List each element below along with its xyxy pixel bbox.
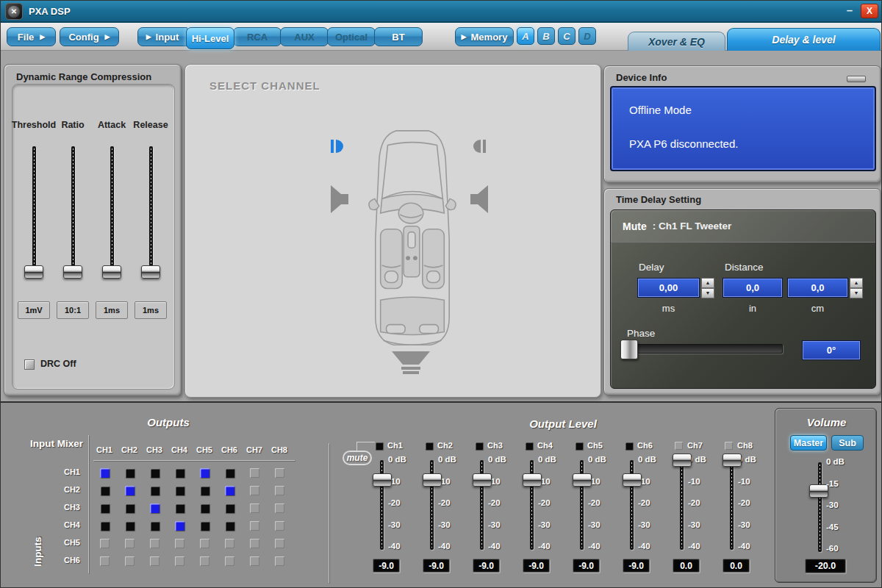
mixer-cell-ch4-ch2[interactable] [125,521,135,531]
spin-down-icon[interactable]: ▼ [701,288,714,298]
mixer-horizontal-divider [93,460,295,461]
mixer-col-header-ch5: CH5 [192,445,217,454]
minimize-button[interactable]: – [843,5,856,17]
drc-slider-track-attack[interactable] [110,146,114,273]
tab-xover-eq[interactable]: Xover & EQ [628,32,725,51]
memory-slot-b[interactable]: B [537,27,555,45]
mixer-cell-ch2-ch1[interactable] [100,486,110,495]
drc-off-checkbox[interactable] [24,359,35,370]
front-left-woofer-icon[interactable] [329,185,348,213]
scale-tick-label: -10 [488,477,517,486]
volume-value: -20.0 [805,559,846,573]
level-slider-handle-ch2[interactable] [423,473,442,487]
memory-slot-c[interactable]: C [558,27,576,45]
mute-status-bar[interactable]: Mute : Ch1 FL Tweeter [611,210,875,243]
volume-scale-tick: -15 [826,479,856,488]
level-slider-handle-ch5[interactable] [573,473,592,487]
delay-value-field[interactable]: 0,00 [637,278,700,298]
spin-down-icon[interactable]: ▼ [850,288,863,298]
tab-rca[interactable]: RCA [233,27,282,46]
mixer-cell-ch6-ch5 [200,556,209,566]
panel-collapse-icon[interactable] [847,76,866,82]
mixer-cell-ch4-ch4[interactable] [175,521,184,531]
volume-master-button[interactable]: Master [790,435,827,451]
mixer-cell-ch3-ch7 [250,503,259,513]
mixer-cell-ch4-ch5[interactable] [200,521,209,531]
level-slider-handle-ch4[interactable] [523,473,542,487]
phase-slider-handle[interactable] [620,340,638,359]
mixer-row-header-ch1: CH1 [43,467,80,476]
level-slider-handle-ch8[interactable] [723,453,742,467]
memory-slot-a[interactable]: A [517,27,534,45]
drc-slider-handle-ratio[interactable] [63,265,82,279]
drc-slider-track-release[interactable] [149,146,153,273]
mixer-cell-ch2-ch4[interactable] [175,486,184,495]
tab-optical[interactable]: Optical [327,27,376,46]
spin-up-icon[interactable]: ▲ [850,278,863,288]
tab-delay-level[interactable]: Delay & level [727,28,881,51]
mixer-cell-ch3-ch3[interactable] [150,503,159,513]
mixer-cell-ch4-ch3[interactable] [150,521,159,531]
mixer-cell-ch3-ch1[interactable] [100,503,110,513]
distance-in-field[interactable]: 0,0 [723,278,783,298]
mixer-cell-ch2-ch3[interactable] [150,486,159,495]
tab-bt[interactable]: BT [374,27,423,46]
front-right-tweeter-icon[interactable] [473,138,486,154]
phase-slider-track[interactable] [622,344,783,354]
level-value-ch6: -9.0 [623,559,650,573]
mixer-cell-ch3-ch2[interactable] [125,503,135,513]
mute-checkbox-ch6[interactable] [625,442,633,450]
level-slider-handle-ch6[interactable] [623,473,642,487]
mute-checkbox-ch1[interactable] [375,442,383,450]
scale-tick-label: -30 [738,520,767,529]
level-slider-handle-ch3[interactable] [473,473,492,487]
mute-checkbox-ch5[interactable] [575,442,583,450]
mute-checkbox-ch2[interactable] [425,442,433,450]
drc-slider-track-threshold[interactable] [32,146,36,273]
level-slider-track-ch7[interactable] [680,460,684,550]
mixer-cell-ch2-ch5[interactable] [200,486,209,495]
level-slider-handle-ch1[interactable] [373,473,392,487]
spin-up-icon[interactable]: ▲ [701,278,714,288]
mixer-cell-ch3-ch5[interactable] [200,503,209,513]
memory-slot-d[interactable]: D [578,27,596,45]
subwoofer-icon[interactable] [390,351,432,375]
mixer-cell-ch1-ch1[interactable] [100,468,110,478]
input-mixer-label: Input Mixer [30,438,83,449]
mixer-row-header-ch4: CH4 [43,520,80,529]
front-left-tweeter-icon[interactable] [331,138,343,154]
distance-cm-field[interactable]: 0,0 [787,278,848,298]
mute-checkbox-ch4[interactable] [525,442,533,450]
drc-slider-handle-threshold[interactable] [24,265,43,279]
mute-checkbox-ch7[interactable] [675,442,683,450]
mixer-cell-ch1-ch4[interactable] [175,468,184,478]
tab-aux[interactable]: AUX [280,27,329,46]
mixer-cell-ch1-ch3[interactable] [150,468,159,478]
mixer-cell-ch1-ch6[interactable] [225,468,234,478]
mixer-cell-ch4-ch1[interactable] [100,521,110,531]
file-menu-button[interactable]: File▶ [7,27,56,46]
mute-checkbox-ch3[interactable] [475,442,483,450]
level-slider-track-ch8[interactable] [730,460,734,550]
front-right-woofer-icon[interactable] [470,185,490,213]
drc-slider-track-ratio[interactable] [71,146,75,273]
mixer-cell-ch4-ch7 [250,521,259,531]
drc-slider-handle-release[interactable] [141,265,160,279]
volume-slider-track[interactable] [818,462,822,552]
mixer-cell-ch2-ch2[interactable] [125,486,135,495]
drc-slider-handle-attack[interactable] [102,265,121,279]
volume-sub-button[interactable]: Sub [831,435,864,451]
mute-checkbox-ch8[interactable] [725,442,733,450]
mixer-cell-ch1-ch5[interactable] [200,468,209,478]
mixer-cell-ch4-ch6[interactable] [225,521,234,531]
scale-tick-label: -30 [538,520,567,529]
close-button[interactable]: X [861,4,878,18]
mixer-cell-ch3-ch6[interactable] [225,503,234,513]
tab-hi-level[interactable]: Hi-Level [186,27,234,49]
mixer-cell-ch3-ch4[interactable] [175,503,184,513]
level-slider-handle-ch7[interactable] [673,453,692,467]
config-menu-button[interactable]: Config▶ [60,27,119,46]
title-bar: ✕ PXA DSP – X [1,1,882,23]
mixer-cell-ch1-ch2[interactable] [125,468,135,478]
mixer-cell-ch2-ch6[interactable] [225,486,234,495]
